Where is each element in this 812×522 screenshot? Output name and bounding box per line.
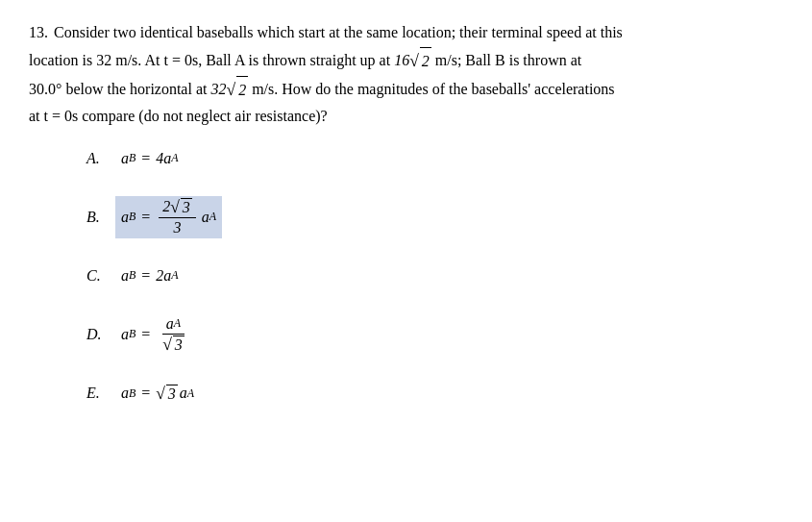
answer-content-e: aB = √3 aA: [115, 383, 200, 405]
answer-label-a: A.: [86, 150, 115, 167]
question-line2-part1: location is 32 m/s. At t = 0s, Ball A is…: [29, 47, 390, 75]
question-line4: at t = 0s compare (do not neglect air re…: [29, 104, 783, 129]
answer-content-d: aB = aA √3: [115, 313, 197, 356]
question-line3-part1: 30.0° below the horizontal at: [29, 76, 207, 104]
speed-b: 32√2: [210, 76, 248, 105]
question-line3-part2: m/s. How do the magnitudes of the baseba…: [252, 76, 614, 104]
answer-label-b: B.: [86, 209, 115, 226]
question-number: 13.: [29, 19, 48, 47]
question-line1: Consider two identical baseballs which s…: [54, 19, 623, 47]
answers-list: A. aB = 4aA B. aB = 2√3 3 aA: [86, 148, 783, 405]
answer-content-a: aB = 4aA: [115, 148, 184, 169]
answer-row-e: E. aB = √3 aA: [86, 383, 783, 405]
answer-row-c: C. aB = 2aA: [86, 265, 783, 286]
sqrt-a-symbol: √2: [409, 47, 431, 76]
answer-label-c: C.: [86, 267, 115, 285]
question-text: 13. Consider two identical baseballs whi…: [29, 19, 783, 129]
answer-label-e: E.: [86, 385, 115, 402]
answer-row-b: B. aB = 2√3 3 aA: [86, 196, 783, 238]
sqrt-b-content: 2: [236, 76, 248, 105]
sqrt-b-symbol: √2: [226, 76, 248, 105]
answer-content-c: aB = 2aA: [115, 265, 184, 286]
answer-row-a: A. aB = 4aA: [86, 148, 783, 169]
answer-label-d: D.: [86, 326, 115, 343]
speed-b-value: 32: [210, 76, 226, 104]
question-line2-part2: m/s; Ball B is thrown at: [435, 47, 581, 75]
sqrt-a-content: 2: [420, 47, 431, 76]
speed-a-value: 16: [394, 47, 409, 75]
question-container: 13. Consider two identical baseballs whi…: [29, 19, 783, 405]
answer-content-b: aB = 2√3 3 aA: [115, 196, 222, 238]
answer-row-d: D. aB = aA √3: [86, 313, 783, 356]
speed-a: 16√2: [394, 47, 431, 76]
